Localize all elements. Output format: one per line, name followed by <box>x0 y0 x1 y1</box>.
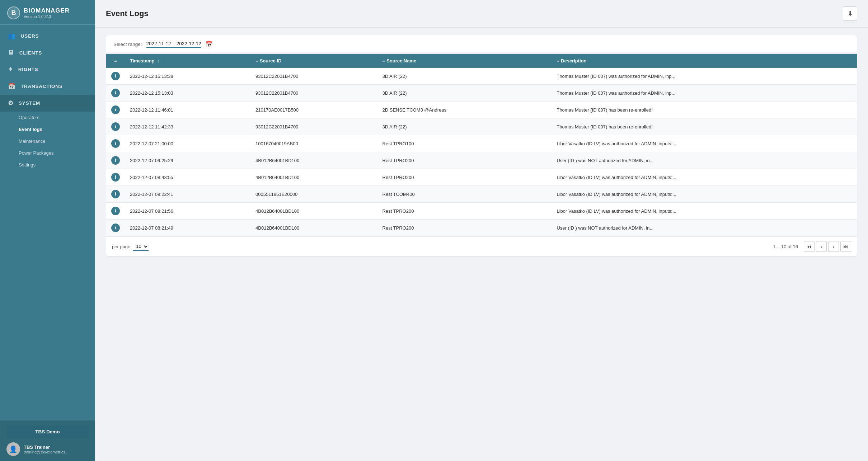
row-source-name: Rest TPRO200 <box>377 169 552 186</box>
last-page-button[interactable]: ⏭ <box>840 241 851 252</box>
row-source-name: Rest TCOM400 <box>377 186 552 203</box>
event-logs-card: Select range: 2022-11-12 – 2022-12-12 📅 … <box>106 35 857 257</box>
calendar-icon[interactable]: 📅 <box>206 41 213 48</box>
maintenance-label: Maintenance <box>19 138 45 144</box>
table-row[interactable]: i 2022-12-07 08:21:56 4B012B64001BD100 R… <box>106 203 857 220</box>
app-name: BIOMANAGER <box>24 7 70 14</box>
date-range-label: Select range: <box>113 42 142 47</box>
date-range-value: 2022-11-12 – 2022-12-12 <box>146 41 201 48</box>
row-source-name: Rest TPRO100 <box>377 135 552 152</box>
event-logs-table: ≡ Timestamp ↓ ≡Source ID ≡Source Name ≡D… <box>106 54 857 236</box>
pagination-info: 1 – 10 of 16 <box>773 244 798 249</box>
user-email: training@tbs-biometrics... <box>24 450 69 454</box>
row-info-icon[interactable]: i <box>106 68 125 85</box>
row-description: Libor Vasatko (ID LV) was authorized for… <box>552 135 857 152</box>
table-row[interactable]: i 2022-12-07 21:00:00 100167040019AB00 R… <box>106 135 857 152</box>
sidebar-item-transactions[interactable]: 📅 TRANSACTIONS <box>0 78 95 95</box>
row-info-icon[interactable]: i <box>106 102 125 118</box>
sidebar-sub-event-logs[interactable]: Event logs <box>0 123 95 135</box>
row-timestamp: 2022-12-12 15:13:03 <box>125 85 250 102</box>
sidebar-item-transactions-label: TRANSACTIONS <box>21 84 63 89</box>
rights-icon: ✦ <box>8 66 13 73</box>
row-description: User (ID ) was NOT authorized for ADMIN,… <box>552 220 857 236</box>
row-description: Libor Vasatko (ID LV) was authorized for… <box>552 169 857 186</box>
col-source-id[interactable]: ≡Source ID <box>250 54 377 68</box>
row-info-icon[interactable]: i <box>106 203 125 220</box>
table-row[interactable]: i 2022-12-12 15:13:03 93012C22001B4700 3… <box>106 85 857 102</box>
row-timestamp: 2022-12-07 08:43:55 <box>125 169 250 186</box>
user-details: TBS Trainer training@tbs-biometrics... <box>24 444 69 454</box>
sidebar-footer: TBS Demo 👤 TBS Trainer training@tbs-biom… <box>0 420 95 461</box>
per-page-select[interactable]: 10 5 25 50 <box>133 243 149 251</box>
row-info-icon[interactable]: i <box>106 85 125 102</box>
row-info-icon[interactable]: i <box>106 135 125 152</box>
row-timestamp: 2022-12-07 08:22:41 <box>125 186 250 203</box>
row-description: Thomas Muster (ID 007) has been re-enrol… <box>552 102 857 118</box>
row-info-icon[interactable]: i <box>106 186 125 203</box>
table-row[interactable]: i 2022-12-07 08:21:49 4B012B64001BD100 R… <box>106 220 857 236</box>
operators-label: Operators <box>19 115 39 120</box>
row-source-name: 3D AIR (22) <box>377 85 552 102</box>
sidebar-sub-maintenance[interactable]: Maintenance <box>0 135 95 147</box>
row-source-id: 4B012B64001BD100 <box>250 203 377 220</box>
table-row[interactable]: i 2022-12-07 08:22:41 0005511851E20000 R… <box>106 186 857 203</box>
row-timestamp: 2022-12-12 15:13:38 <box>125 68 250 85</box>
sidebar-sub-operators[interactable]: Operators <box>0 112 95 123</box>
col-source-name[interactable]: ≡Source Name <box>377 54 552 68</box>
table-row[interactable]: i 2022-12-07 08:43:55 4B012B64001BD100 R… <box>106 169 857 186</box>
sidebar-sub-power-packages[interactable]: Power Packages <box>0 147 95 159</box>
row-source-name: 3D AIR (22) <box>377 68 552 85</box>
avatar: 👤 <box>6 442 20 456</box>
sidebar-item-rights[interactable]: ✦ RIGHTS <box>0 61 95 78</box>
row-info-icon[interactable]: i <box>106 220 125 236</box>
table-footer: per page 10 5 25 50 1 – 10 of 16 ⏮ ‹ › ⏭ <box>106 236 857 256</box>
row-info-icon[interactable]: i <box>106 118 125 135</box>
row-source-name: Rest TPRO200 <box>377 152 552 169</box>
sidebar-sub-settings[interactable]: Settings <box>0 159 95 171</box>
row-source-id: 93012C22001B4700 <box>250 68 377 85</box>
col-timestamp[interactable]: Timestamp ↓ <box>125 54 250 68</box>
logo-text: BIOMANAGER Version 1.0.313 <box>24 7 70 19</box>
sidebar-item-users[interactable]: 👥 USERS <box>0 28 95 44</box>
users-icon: 👥 <box>8 32 16 40</box>
first-page-button[interactable]: ⏮ <box>804 241 815 252</box>
row-source-name: 2D SENSE TCOM3 @Andreas <box>377 102 552 118</box>
sidebar-item-clients[interactable]: 🖥 CLIENTS <box>0 44 95 61</box>
table-wrap: ≡ Timestamp ↓ ≡Source ID ≡Source Name ≡D… <box>106 54 857 236</box>
col-description[interactable]: ≡Description <box>552 54 857 68</box>
row-info-icon[interactable]: i <box>106 152 125 169</box>
row-source-id: 93012C22001B4700 <box>250 85 377 102</box>
row-source-id: 4B012B64001BD100 <box>250 169 377 186</box>
table-body: i 2022-12-12 15:13:38 93012C22001B4700 3… <box>106 68 857 236</box>
row-source-id: 4B012B64001BD100 <box>250 152 377 169</box>
main-content: Select range: 2022-11-12 – 2022-12-12 📅 … <box>95 28 868 461</box>
pagination-controls: 1 – 10 of 16 ⏮ ‹ › ⏭ <box>773 241 851 252</box>
row-timestamp: 2022-12-12 11:42:33 <box>125 118 250 135</box>
sidebar-item-system[interactable]: ⚙ SYSTEM <box>0 95 95 112</box>
row-source-id: 0005511851E20000 <box>250 186 377 203</box>
event-logs-label: Event logs <box>19 127 42 132</box>
table-row[interactable]: i 2022-12-07 09:25:29 4B012B64001BD100 R… <box>106 152 857 169</box>
row-source-id: 210170AE0017B500 <box>250 102 377 118</box>
main-area: Event Logs ⬇ Select range: 2022-11-12 – … <box>95 0 868 461</box>
sidebar: B BIOMANAGER Version 1.0.313 👥 USERS 🖥 C… <box>0 0 95 461</box>
table-row[interactable]: i 2022-12-12 11:42:33 93012C22001B4700 3… <box>106 118 857 135</box>
transactions-icon: 📅 <box>8 83 16 90</box>
clients-icon: 🖥 <box>8 49 14 56</box>
per-page-label: per page <box>112 244 130 249</box>
row-info-icon[interactable]: i <box>106 169 125 186</box>
table-row[interactable]: i 2022-12-12 15:13:38 93012C22001B4700 3… <box>106 68 857 85</box>
next-page-button[interactable]: › <box>828 241 839 252</box>
row-source-name: 3D AIR (22) <box>377 118 552 135</box>
row-source-id: 100167040019AB00 <box>250 135 377 152</box>
row-source-id: 93012C22001B4700 <box>250 118 377 135</box>
tenant-badge: TBS Demo <box>6 425 89 438</box>
prev-page-button[interactable]: ‹ <box>816 241 827 252</box>
row-source-name: Rest TPRO200 <box>377 220 552 236</box>
table-row[interactable]: i 2022-12-12 11:46:01 210170AE0017B500 2… <box>106 102 857 118</box>
row-source-id: 4B012B64001BD100 <box>250 220 377 236</box>
per-page-control: per page 10 5 25 50 <box>112 243 149 251</box>
download-button[interactable]: ⬇ <box>843 6 857 21</box>
row-description: Thomas Muster (ID 007) has been re-enrol… <box>552 118 857 135</box>
sidebar-item-clients-label: CLIENTS <box>19 50 42 56</box>
